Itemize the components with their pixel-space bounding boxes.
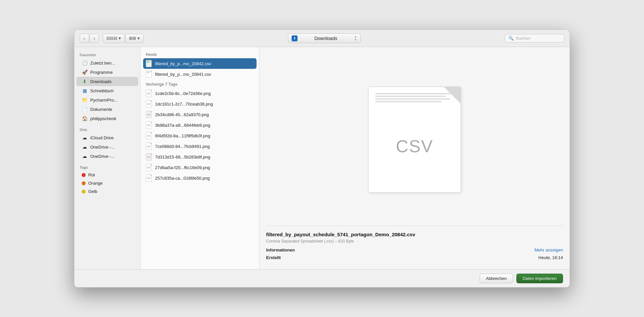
sidebar-item-downloads[interactable]: ⬇ Downloads [76, 77, 138, 86]
folder-icon: 📁 [82, 97, 88, 103]
finder-window: ‹ › ⊟⊟⊟ ▾ ⊞⊞ ▾ ⬇ Downloads ▲ ▼ [74, 29, 570, 288]
file-item-png8[interactable]: 27dfaa5a-f20...f6c18e09.png [141, 162, 259, 173]
sidebar-item-label: Schreibtisch [90, 88, 114, 93]
location-chevron-icon: ▲ ▼ [354, 35, 357, 41]
import-button[interactable]: Daten importieren [516, 274, 563, 283]
png-file-icon [146, 143, 152, 150]
download-icon: ⬇ [82, 78, 88, 84]
sidebar-item-philippschenk[interactable]: 🏠 philippschenk [76, 114, 138, 123]
tags-section-label: Tags [74, 163, 140, 171]
png-file-icon [146, 100, 152, 108]
png-file-icon [146, 111, 152, 118]
csv-preview-icon: CSV [368, 87, 461, 193]
search-bar[interactable]: 🔍 Suchen [505, 34, 564, 42]
sidebar-item-programme[interactable]: 🚀 Programme [76, 68, 138, 77]
file-item-png2[interactable]: 1dc181c1-2c7...70ceab36.png [141, 99, 259, 109]
cancel-button[interactable]: Abbrechen [480, 274, 513, 283]
file-name: 1cde2c5b-8c...0e72d36e.png [155, 91, 211, 96]
column-view-arrow: ▾ [119, 36, 121, 41]
sidebar-item-label: Downloads [90, 79, 111, 84]
file-item-png9[interactable]: 257c835a-ca...0186fe50.png [141, 173, 259, 183]
desktop-icon: ▦ [82, 88, 88, 94]
sidebar-item-icloud[interactable]: ☁ iCloud Drive [76, 133, 138, 142]
sidebar-item-label: Zuletzt ben... [90, 61, 115, 66]
sidebar-item-tag-orange[interactable]: Orange [76, 179, 138, 187]
location-pill[interactable]: ⬇ Downloads ▲ ▼ [288, 33, 361, 43]
file-item-png1[interactable]: 1cde2c5b-8c...0e72d36e.png [141, 88, 259, 99]
bottom-bar: Abbrechen Daten importieren [74, 269, 570, 287]
file-name: 7ce088d3-84...7fcb9491.png [155, 144, 210, 149]
sidebar-item-dokumente[interactable]: 📄 Dokumente [76, 105, 138, 114]
info-row-erstellt: Erstellt Heute, 16:14 [266, 255, 563, 260]
icloud-icon: ☁ [82, 135, 88, 141]
csv-file-icon [146, 60, 152, 67]
red-tag-dot [82, 173, 86, 177]
location-name: Downloads [314, 36, 337, 41]
file-item-png4[interactable]: 3b98a37a-a9...6844feb9.png [141, 120, 259, 130]
file-item-csv2[interactable]: filtered_by_p...mo_20841.csv [141, 69, 259, 79]
erstellt-value: Heute, 16:14 [539, 255, 563, 260]
file-name: 6f4d5f2d-8a...11f9f5db3f.png [155, 133, 210, 138]
png-file-icon [146, 90, 152, 97]
orange-tag-dot [82, 181, 86, 185]
file-item-png7[interactable]: 7d313d15-68...5b283e8f.png [141, 152, 259, 162]
info-row-informationen: Informationen Mehr anzeigen [266, 248, 563, 252]
location-folder-icon: ⬇ [292, 35, 298, 41]
sidebar-item-label: OneDrive -... [90, 154, 115, 159]
file-name: 1dc181c1-2c7...70ceab36.png [155, 102, 213, 107]
clock-icon: 🕐 [82, 60, 88, 66]
favorites-section-label: Favoriten [74, 51, 140, 58]
file-item-png6[interactable]: 7ce088d3-84...7fcb9491.png [141, 141, 259, 152]
file-name: 257c835a-ca...0186fe50.png [155, 176, 210, 181]
column-view-button[interactable]: ⊟⊟⊟ ▾ [103, 34, 125, 43]
file-info-type: Comma Separated Spreadsheet (.csv) – 620… [266, 239, 563, 244]
toolbar: ‹ › ⊟⊟⊟ ▾ ⊞⊞ ▾ ⬇ Downloads ▲ ▼ [74, 30, 570, 47]
column-view-icon: ⊟⊟⊟ [106, 36, 117, 41]
sidebar-item-label: Dokumente [90, 107, 112, 112]
previous-section-header: Vorherige 7 Tage [141, 79, 259, 88]
file-item-csv1[interactable]: filtered_by_p...mo_20842.csv [143, 58, 257, 69]
erstellt-label: Erstellt [266, 255, 281, 260]
rocket-icon: 🚀 [82, 69, 88, 75]
sidebar-item-label: iCloud Drive [90, 135, 114, 140]
back-button[interactable]: ‹ [80, 34, 89, 43]
file-item-png5[interactable]: 6f4d5f2d-8a...11f9f5db3f.png [141, 130, 259, 141]
sidebar-item-pycharm[interactable]: 📁 PycharmPro... [76, 95, 138, 105]
grid-view-button[interactable]: ⊞⊞ ▾ [125, 34, 143, 43]
document-icon: 📄 [82, 106, 88, 112]
forward-button[interactable]: › [90, 34, 99, 43]
sidebar-item-zuletzt[interactable]: 🕐 Zuletzt ben... [76, 58, 138, 68]
onedrive1-icon: ☁ [82, 144, 88, 150]
search-icon: 🔍 [508, 36, 514, 41]
preview-panel: CSV filtered_by_payout_schedule_5741_por… [260, 47, 570, 269]
csv-preview-lines [375, 93, 454, 102]
sidebar-item-schreibtisch[interactable]: ▦ Schreibtisch [76, 86, 138, 95]
sidebar-item-onedrive1[interactable]: ☁ OneDrive -... [76, 142, 138, 152]
sidebar-item-tag-rot[interactable]: Rot [76, 171, 138, 179]
mehr-anzeigen-link[interactable]: Mehr anzeigen [535, 248, 563, 252]
nav-buttons: ‹ › [80, 34, 99, 43]
tag-label: Gelb [88, 189, 97, 194]
file-name: 3b98a37a-a9...6844feb9.png [155, 123, 210, 128]
file-item-png3[interactable]: 2b34cd96-45...62a9370.png [141, 109, 259, 120]
sidebar-item-onedrive2[interactable]: ☁ OneDrive -... [76, 152, 138, 161]
png-file-icon [146, 132, 152, 139]
png-file-icon [146, 121, 152, 129]
file-name: filtered_by_p...mo_20841.csv [155, 72, 211, 77]
home-icon: 🏠 [82, 115, 88, 121]
file-name: 2b34cd96-45...62a9370.png [155, 112, 209, 117]
grid-view-icon: ⊞⊞ [129, 36, 136, 41]
tag-label: Rot [88, 172, 95, 177]
png-file-icon [146, 153, 152, 160]
sidebar-item-label: OneDrive -... [90, 145, 115, 150]
orte-section-label: Orte [74, 126, 140, 133]
sidebar-item-label: Programme [90, 70, 113, 75]
grid-view-arrow: ▾ [138, 36, 140, 41]
main-content: Favoriten 🕐 Zuletzt ben... 🚀 Programme ⬇… [74, 47, 570, 269]
file-list-panel: Heute filtered_by_p...mo_20842.csv [141, 47, 260, 269]
sidebar: Favoriten 🕐 Zuletzt ben... 🚀 Programme ⬇… [74, 47, 141, 269]
onedrive2-icon: ☁ [82, 153, 88, 159]
file-info-section: filtered_by_payout_schedule_5741_portago… [266, 226, 563, 263]
sidebar-item-tag-gelb[interactable]: Gelb [76, 187, 138, 196]
tag-label: Orange [88, 181, 102, 186]
